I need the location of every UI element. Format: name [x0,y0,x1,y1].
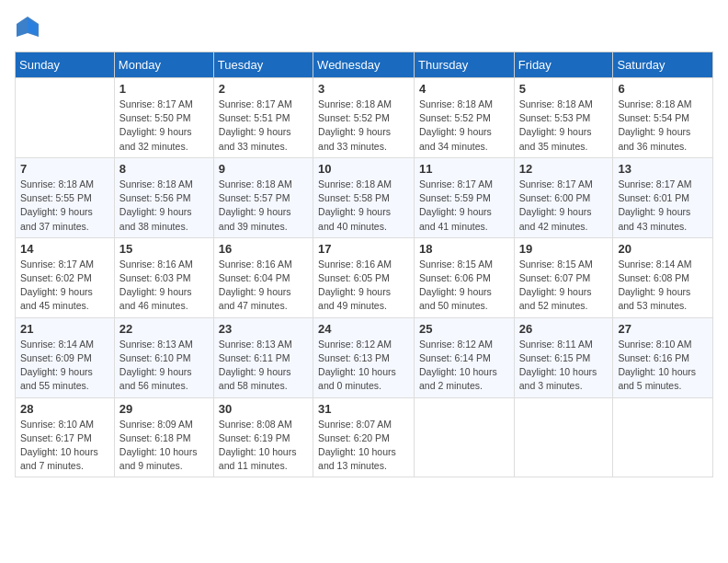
day-info: Sunrise: 8:14 AMSunset: 6:08 PMDaylight:… [618,258,708,314]
calendar-week-row: 7 Sunrise: 8:18 AMSunset: 5:55 PMDayligh… [16,157,713,237]
day-number: 27 [618,322,708,336]
day-number: 13 [618,162,708,176]
day-info: Sunrise: 8:11 AMSunset: 6:15 PMDaylight:… [519,338,609,394]
weekday-header-cell: Friday [514,52,613,78]
day-info: Sunrise: 8:16 AMSunset: 6:05 PMDaylight:… [318,258,409,314]
day-number: 30 [219,402,308,416]
weekday-header-cell: Sunday [16,52,115,78]
day-info: Sunrise: 8:10 AMSunset: 6:16 PMDaylight:… [618,338,708,394]
day-info: Sunrise: 8:18 AMSunset: 5:57 PMDaylight:… [219,178,308,234]
day-info: Sunrise: 8:17 AMSunset: 5:59 PMDaylight:… [419,178,509,234]
calendar-day-cell: 19 Sunrise: 8:15 AMSunset: 6:07 PMDaylig… [514,237,613,317]
weekday-header-cell: Tuesday [213,52,313,78]
day-info: Sunrise: 8:16 AMSunset: 6:04 PMDaylight:… [219,258,308,314]
calendar-day-cell: 7 Sunrise: 8:18 AMSunset: 5:55 PMDayligh… [16,157,115,237]
logo [15,15,44,40]
calendar-day-cell: 31 Sunrise: 8:07 AMSunset: 6:20 PMDaylig… [313,397,415,477]
calendar-table: SundayMondayTuesdayWednesdayThursdayFrid… [15,52,713,477]
day-info: Sunrise: 8:18 AMSunset: 5:54 PMDaylight:… [618,98,708,154]
calendar-day-cell [16,78,115,158]
day-info: Sunrise: 8:17 AMSunset: 6:02 PMDaylight:… [20,258,109,314]
day-number: 23 [219,322,308,336]
day-number: 21 [20,322,109,336]
calendar-day-cell: 13 Sunrise: 8:17 AMSunset: 6:01 PMDaylig… [613,157,713,237]
weekday-header-cell: Saturday [613,52,713,78]
day-info: Sunrise: 8:15 AMSunset: 6:06 PMDaylight:… [419,258,509,314]
day-info: Sunrise: 8:18 AMSunset: 5:56 PMDaylight:… [119,178,209,234]
day-info: Sunrise: 8:09 AMSunset: 6:18 PMDaylight:… [119,418,209,474]
calendar-day-cell: 20 Sunrise: 8:14 AMSunset: 6:08 PMDaylig… [613,237,713,317]
day-info: Sunrise: 8:12 AMSunset: 6:14 PMDaylight:… [419,338,509,394]
calendar-day-cell: 16 Sunrise: 8:16 AMSunset: 6:04 PMDaylig… [213,237,313,317]
calendar-day-cell: 26 Sunrise: 8:11 AMSunset: 6:15 PMDaylig… [514,317,613,397]
calendar-day-cell: 21 Sunrise: 8:14 AMSunset: 6:09 PMDaylig… [16,317,115,397]
day-info: Sunrise: 8:10 AMSunset: 6:17 PMDaylight:… [20,418,109,474]
day-info: Sunrise: 8:17 AMSunset: 5:50 PMDaylight:… [119,98,209,154]
calendar-day-cell: 22 Sunrise: 8:13 AMSunset: 6:10 PMDaylig… [114,317,213,397]
day-number: 26 [519,322,609,336]
calendar-day-cell: 30 Sunrise: 8:08 AMSunset: 6:19 PMDaylig… [213,397,313,477]
day-info: Sunrise: 8:08 AMSunset: 6:19 PMDaylight:… [219,418,308,474]
calendar-day-cell [514,397,613,477]
calendar-day-cell: 8 Sunrise: 8:18 AMSunset: 5:56 PMDayligh… [114,157,213,237]
day-info: Sunrise: 8:14 AMSunset: 6:09 PMDaylight:… [20,338,109,394]
calendar-day-cell: 5 Sunrise: 8:18 AMSunset: 5:53 PMDayligh… [514,78,613,158]
day-number: 8 [119,162,209,176]
day-number: 25 [419,322,509,336]
day-info: Sunrise: 8:18 AMSunset: 5:52 PMDaylight:… [318,98,409,154]
day-number: 19 [519,242,609,256]
calendar-week-row: 21 Sunrise: 8:14 AMSunset: 6:09 PMDaylig… [16,317,713,397]
day-info: Sunrise: 8:18 AMSunset: 5:55 PMDaylight:… [20,178,109,234]
calendar-week-row: 1 Sunrise: 8:17 AMSunset: 5:50 PMDayligh… [16,78,713,158]
day-number: 1 [119,82,209,96]
day-info: Sunrise: 8:17 AMSunset: 6:01 PMDaylight:… [618,178,708,234]
day-number: 11 [419,162,509,176]
day-info: Sunrise: 8:15 AMSunset: 6:07 PMDaylight:… [519,258,609,314]
calendar-body: 1 Sunrise: 8:17 AMSunset: 5:50 PMDayligh… [16,78,713,477]
day-number: 7 [20,162,109,176]
calendar-day-cell [415,397,515,477]
calendar-day-cell: 2 Sunrise: 8:17 AMSunset: 5:51 PMDayligh… [213,78,313,158]
weekday-header-cell: Wednesday [313,52,415,78]
day-info: Sunrise: 8:16 AMSunset: 6:03 PMDaylight:… [119,258,209,314]
calendar-day-cell: 27 Sunrise: 8:10 AMSunset: 6:16 PMDaylig… [613,317,713,397]
day-number: 17 [318,242,409,256]
weekday-header-row: SundayMondayTuesdayWednesdayThursdayFrid… [16,52,713,78]
calendar-day-cell: 25 Sunrise: 8:12 AMSunset: 6:14 PMDaylig… [415,317,515,397]
day-number: 29 [119,402,209,416]
day-number: 6 [618,82,708,96]
day-number: 22 [119,322,209,336]
calendar-day-cell: 23 Sunrise: 8:13 AMSunset: 6:11 PMDaylig… [213,317,313,397]
day-number: 10 [318,162,409,176]
calendar-day-cell: 10 Sunrise: 8:18 AMSunset: 5:58 PMDaylig… [313,157,415,237]
day-info: Sunrise: 8:17 AMSunset: 6:00 PMDaylight:… [519,178,609,234]
day-info: Sunrise: 8:17 AMSunset: 5:51 PMDaylight:… [219,98,308,154]
day-number: 31 [318,402,409,416]
calendar-day-cell: 14 Sunrise: 8:17 AMSunset: 6:02 PMDaylig… [16,237,115,317]
day-number: 16 [219,242,308,256]
day-number: 18 [419,242,509,256]
day-number: 14 [20,242,109,256]
day-number: 20 [618,242,708,256]
calendar-week-row: 14 Sunrise: 8:17 AMSunset: 6:02 PMDaylig… [16,237,713,317]
calendar-day-cell: 4 Sunrise: 8:18 AMSunset: 5:52 PMDayligh… [415,78,515,158]
day-info: Sunrise: 8:12 AMSunset: 6:13 PMDaylight:… [318,338,409,394]
calendar-day-cell: 9 Sunrise: 8:18 AMSunset: 5:57 PMDayligh… [213,157,313,237]
calendar-week-row: 28 Sunrise: 8:10 AMSunset: 6:17 PMDaylig… [16,397,713,477]
day-number: 9 [219,162,308,176]
day-info: Sunrise: 8:13 AMSunset: 6:11 PMDaylight:… [219,338,308,394]
calendar-day-cell [613,397,713,477]
calendar-day-cell: 12 Sunrise: 8:17 AMSunset: 6:00 PMDaylig… [514,157,613,237]
day-number: 3 [318,82,409,96]
day-number: 2 [219,82,308,96]
day-number: 5 [519,82,609,96]
calendar-day-cell: 6 Sunrise: 8:18 AMSunset: 5:54 PMDayligh… [613,78,713,158]
calendar-day-cell: 24 Sunrise: 8:12 AMSunset: 6:13 PMDaylig… [313,317,415,397]
weekday-header-cell: Monday [114,52,213,78]
day-number: 4 [419,82,509,96]
day-number: 12 [519,162,609,176]
calendar-day-cell: 29 Sunrise: 8:09 AMSunset: 6:18 PMDaylig… [114,397,213,477]
calendar-day-cell: 1 Sunrise: 8:17 AMSunset: 5:50 PMDayligh… [114,78,213,158]
day-number: 15 [119,242,209,256]
calendar-day-cell: 28 Sunrise: 8:10 AMSunset: 6:17 PMDaylig… [16,397,115,477]
